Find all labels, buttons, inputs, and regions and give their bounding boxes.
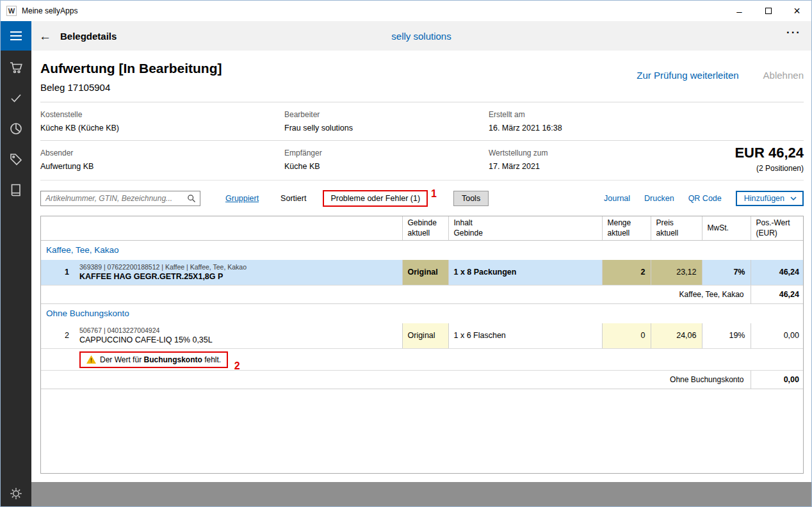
- inhalt-cell: 1 x 6 Flaschen: [448, 323, 602, 349]
- qr-code-link[interactable]: QR Code: [688, 194, 722, 203]
- sidebar-item-ledger[interactable]: [1, 182, 31, 198]
- chevron-down-icon: [790, 197, 797, 200]
- price-tag-icon: [8, 152, 24, 167]
- field-label: Absender: [40, 149, 284, 157]
- sidebar-item-cart[interactable]: [1, 60, 31, 75]
- add-dropdown-button[interactable]: Hinzufügen: [736, 191, 804, 206]
- group-subtotal-row: Ohne Buchungskonto 0,00: [41, 371, 804, 389]
- maximize-icon: [765, 8, 772, 14]
- group-header: Kaffee, Tee, Kakao: [41, 241, 804, 260]
- field-value: 16. März 2021 16:38: [489, 124, 804, 133]
- forward-for-review-button[interactable]: Zur Prüfung weiterleiten: [637, 70, 738, 81]
- table-row[interactable]: 1 369389 | 07622200188512 | Kaffee | Kaf…: [41, 260, 804, 286]
- article-name: KAFFEE HAG GEGR.GETR.25X1,8G P: [79, 272, 397, 281]
- search-input[interactable]: [45, 194, 187, 203]
- annotation-marker-2: 2: [234, 360, 240, 371]
- sidebar-item-approvals[interactable]: [1, 90, 31, 106]
- settings-button[interactable]: [1, 485, 31, 503]
- col-header-preis: Preis aktuell: [651, 216, 702, 241]
- back-button[interactable]: ←: [39, 30, 51, 42]
- col-header-num: [41, 216, 74, 241]
- article-cell: 369389 | 07622200188512 | Kaffee | Kaffe…: [74, 260, 402, 286]
- print-link[interactable]: Drucken: [644, 194, 674, 203]
- document-number: Beleg 17105904: [40, 82, 804, 93]
- col-header-mwst: MwSt.: [702, 216, 751, 241]
- document-position-count: (2 Positionen): [735, 164, 804, 173]
- field-value: Aufwertung KB: [40, 162, 284, 171]
- warning-row: Der Wert für Buchungskonto fehlt. 2: [41, 349, 804, 371]
- tools-button[interactable]: Tools: [453, 191, 489, 206]
- maximize-button[interactable]: [754, 1, 783, 21]
- mwst-cell: 19%: [702, 323, 751, 349]
- app-title: selly solutions: [391, 31, 451, 42]
- grouped-toggle[interactable]: Gruppiert: [225, 194, 259, 203]
- field-label: Bearbeiter: [284, 110, 489, 119]
- list-toolbar: Gruppiert Sortiert Probleme oder Fehler …: [40, 189, 804, 207]
- field-label: Erstellt am: [489, 110, 804, 119]
- field-label: Kostenstelle: [40, 110, 284, 119]
- field-value: Küche KB (Küche KB): [40, 124, 284, 133]
- menge-cell[interactable]: 0: [602, 323, 651, 349]
- page-title: Belegdetails: [60, 31, 117, 42]
- warning-text: Der Wert für Buchungskonto fehlt.: [100, 355, 221, 364]
- shopping-cart-icon: [8, 60, 24, 75]
- sidebar-item-reports[interactable]: [1, 121, 31, 136]
- pie-chart-icon: [8, 121, 24, 136]
- reject-button[interactable]: Ablehnen: [763, 70, 804, 81]
- article-cell: 506767 | 04013227004924 CAPPUCCINO CAFE-…: [74, 323, 402, 349]
- subtotal-value: 0,00: [751, 371, 804, 389]
- menge-cell[interactable]: 2: [602, 260, 651, 286]
- group-subtotal-row: Kaffee, Tee, Kakao 46,24: [41, 286, 804, 304]
- subtotal-label: Ohne Buchungskonto: [41, 371, 751, 389]
- positions-table: Gebinde aktuell Inhalt Gebinde Menge akt…: [40, 216, 804, 474]
- group-header: Ohne Buchungskonto: [41, 304, 804, 323]
- preis-cell[interactable]: 24,06: [651, 323, 702, 349]
- wert-cell: 46,24: [751, 260, 804, 286]
- warning-icon: [86, 355, 96, 364]
- app-window: W Meine sellyApps – ×: [0, 0, 812, 507]
- article-meta: 369389 | 07622200188512 | Kaffee | Kaffe…: [79, 263, 397, 271]
- app-icon: W: [6, 6, 17, 16]
- preis-cell[interactable]: 23,12: [651, 260, 702, 286]
- document-fields-row2: Absender Aufwertung KB Empfänger Küche K…: [40, 141, 804, 179]
- row-number: 2: [41, 323, 74, 349]
- main-area: Aufwertung [In Bearbeitung] Beleg 171059…: [31, 51, 811, 482]
- mwst-cell: 7%: [702, 260, 751, 286]
- search-icon[interactable]: [187, 194, 196, 203]
- book-icon: [8, 182, 24, 198]
- missing-buchungskonto-warning: Der Wert für Buchungskonto fehlt.: [79, 351, 228, 368]
- annotation-marker-1: 1: [431, 188, 437, 200]
- titlebar: W Meine sellyApps – ×: [1, 1, 811, 21]
- wert-cell: 0,00: [751, 323, 804, 349]
- col-header-wert: Pos.-Wert (EUR): [751, 216, 804, 241]
- gebinde-cell[interactable]: Original: [402, 323, 448, 349]
- close-button[interactable]: ×: [783, 1, 811, 21]
- gebinde-cell[interactable]: Original: [402, 260, 448, 286]
- sorted-toggle[interactable]: Sortiert: [280, 194, 306, 203]
- sidebar-item-pricing[interactable]: [1, 152, 31, 167]
- sidebar: [1, 21, 31, 506]
- table-header-row: Gebinde aktuell Inhalt Gebinde Menge akt…: [41, 216, 804, 241]
- table-row[interactable]: 2 506767 | 04013227004924 CAPPUCCINO CAF…: [41, 323, 804, 349]
- settings-gear-icon: [9, 487, 23, 501]
- field-value: Küche KB: [284, 162, 489, 171]
- problems-errors-filter[interactable]: Probleme oder Fehler (1): [323, 190, 428, 207]
- document-total: EUR 46,24: [735, 145, 804, 161]
- inhalt-cell: 1 x 8 Packungen: [448, 260, 602, 286]
- journal-link[interactable]: Journal: [604, 194, 630, 203]
- app-header: ← Belegdetails selly solutions ···: [31, 21, 811, 51]
- col-header-inhalt: Inhalt Gebinde: [448, 216, 602, 241]
- col-header-menge: Menge aktuell: [602, 216, 651, 241]
- field-value: Frau selly solutions: [284, 124, 489, 133]
- article-meta: 506767 | 04013227004924: [79, 326, 397, 334]
- subtotal-label: Kaffee, Tee, Kakao: [41, 286, 751, 304]
- document-fields-row1: Kostenstelle Küche KB (Küche KB) Bearbei…: [40, 102, 804, 140]
- menu-button[interactable]: [1, 21, 31, 51]
- field-label: Empfänger: [284, 149, 489, 157]
- search-box[interactable]: [40, 191, 200, 206]
- article-name: CAPPUCCINO CAFE-LIQ 15% 0,35L: [79, 335, 397, 344]
- col-header-description: [74, 216, 402, 241]
- add-label: Hinzufügen: [744, 194, 784, 203]
- more-button[interactable]: ···: [786, 26, 801, 39]
- minimize-button[interactable]: –: [725, 1, 754, 21]
